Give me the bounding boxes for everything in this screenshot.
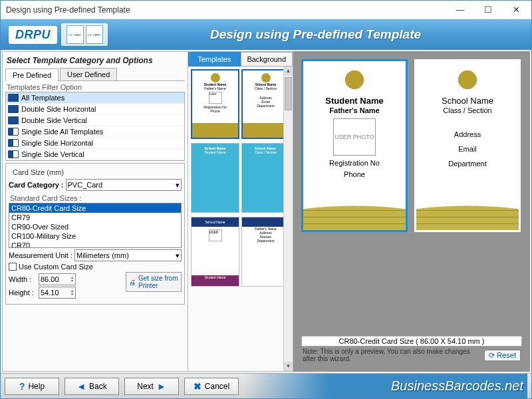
chevron-down-icon: ▾ <box>176 251 180 260</box>
size-cr90[interactable]: CR90-Over Sized <box>9 222 181 231</box>
filter-label: Templates Filter Option <box>5 81 185 92</box>
app-window: Design using Pre-defined Template — ☐ ✕ … <box>0 0 532 399</box>
chevron-down-icon: ▾ <box>176 181 180 190</box>
filter-double-vertical[interactable]: Double Side Vertical <box>6 115 184 126</box>
banner-title: Design using Pre-defined Template <box>108 27 523 42</box>
next-button[interactable]: Next► <box>124 378 179 395</box>
filter-single-horizontal[interactable]: Single Side Horizontal <box>6 138 184 149</box>
size-cr100[interactable]: CR100-Military Size <box>9 231 181 241</box>
template-thumb-2[interactable]: School NameStudent Name School NameClass… <box>191 143 290 213</box>
filter-single-vertical[interactable]: Single Side Vertical <box>6 149 184 160</box>
preview-note: Note: This is only a preview, You can al… <box>303 348 484 362</box>
front-name: Student Name <box>325 96 383 106</box>
user-photo-placeholder: USER PHOTO <box>333 118 376 156</box>
brick-pattern <box>416 196 519 230</box>
filter-list: All Templates Double Side Horizontal Dou… <box>5 92 185 161</box>
content: Select Template Category and Options Pre… <box>1 50 531 373</box>
std-sizes-list[interactable]: CR80-Credit Card Size CR79 CR90-Over Siz… <box>9 203 182 248</box>
back-dept: Department <box>448 160 486 168</box>
refresh-icon: ⟳ <box>489 351 495 360</box>
maximize-button[interactable]: ☐ <box>474 1 502 19</box>
close-button[interactable]: ✕ <box>502 1 530 19</box>
category-tabs: Pre Defined User Defined <box>5 68 185 81</box>
help-button[interactable]: ?Help <box>5 378 59 395</box>
section-title: Select Template Category and Options <box>5 55 185 68</box>
preview-card-back: School Name Class / Section Address Emai… <box>414 59 521 232</box>
front-sub: Father's Name <box>329 106 379 114</box>
tab-userdefined[interactable]: User Defined <box>60 68 117 80</box>
arrow-left-icon: ◄ <box>76 381 86 392</box>
back-email: Email <box>458 145 477 153</box>
gear-icon <box>456 68 479 92</box>
brick-pattern <box>303 196 406 230</box>
size-cr79[interactable]: CR79 <box>9 213 181 222</box>
back-sub: Class / Section <box>443 106 491 114</box>
template-thumb-3[interactable]: School NameUSERStudent Name Father's Nam… <box>191 217 290 287</box>
gear-icon <box>342 68 366 92</box>
filter-all-templates[interactable]: All Templates <box>6 92 184 104</box>
category-label: Card Category : <box>9 181 64 189</box>
std-sizes-label: Standard Card Sizes : <box>9 192 182 203</box>
filter-single-all[interactable]: Single Side All Templates <box>6 126 184 138</box>
printer-icon: 🖨 <box>129 279 136 286</box>
scroll-down-icon[interactable]: ▼ <box>284 362 293 371</box>
reset-button[interactable]: ⟳Reset <box>484 350 521 361</box>
left-panel: Select Template Category and Options Pre… <box>2 51 188 372</box>
preview-card-front: Student Name Father's Name USER PHOTO Re… <box>301 59 408 232</box>
custom-size-label: Use Custom Card Size <box>19 263 93 271</box>
custom-size-checkbox[interactable] <box>9 263 17 271</box>
preview-note-row: Note: This is only a preview, You can al… <box>301 346 522 364</box>
tab-templates[interactable]: Templates <box>188 52 241 66</box>
cancel-button[interactable]: ✖Cancel <box>184 378 239 395</box>
preview-panel: Student Name Father's Name USER PHOTO Re… <box>293 51 530 372</box>
logo: DRPU <box>9 26 57 44</box>
width-label: Width : <box>9 275 37 283</box>
template-scrollbar[interactable]: ▲ ▼ <box>283 66 293 371</box>
window-title: Design using Pre-defined Template <box>6 5 446 15</box>
spinner-icon[interactable]: ▲▼ <box>70 276 74 283</box>
preview-size-label: CR80-Credit Card Size ( 86.00 X 54.10 mm… <box>301 336 522 346</box>
height-label: Height : <box>9 289 37 297</box>
unit-select[interactable]: Milimeters (mm)▾ <box>74 249 182 261</box>
back-addr: Address <box>454 130 481 138</box>
category-select[interactable]: PVC_Card▾ <box>66 179 182 191</box>
width-input[interactable]: 86.00▲▼ <box>39 273 76 285</box>
template-thumb-1[interactable]: Student NameFather's NameUSERRegistratio… <box>191 69 290 139</box>
close-icon: ✖ <box>194 381 201 392</box>
size-cr80[interactable]: CR80-Credit Card Size <box>9 203 181 213</box>
back-name: School Name <box>442 96 493 106</box>
preview-cards: Student Name Father's Name USER PHOTO Re… <box>301 59 522 336</box>
help-icon: ? <box>19 381 25 392</box>
size-cr70[interactable]: CR70 <box>9 241 181 248</box>
logo-cards-graphic: I.D. CARDI.D. CARD <box>61 23 108 46</box>
footer: ?Help ◄Back Next► ✖Cancel BusinessBarcod… <box>1 373 531 398</box>
front-phone: Phone <box>344 170 365 178</box>
mid-tabs: Templates Background <box>188 52 293 66</box>
height-input[interactable]: 54.10▲▼ <box>39 287 76 299</box>
get-size-from-printer-button[interactable]: 🖨 Get size from Printer <box>126 272 182 292</box>
spinner-icon[interactable]: ▲▼ <box>70 289 74 296</box>
minimize-button[interactable]: — <box>446 1 474 19</box>
cardsize-legend: Card Size (mm) <box>11 168 66 176</box>
filter-double-horizontal[interactable]: Double Side Horizontal <box>6 104 184 115</box>
brand-footer: BusinessBarcodes.net <box>244 374 527 398</box>
scroll-up-icon[interactable]: ▲ <box>284 66 293 76</box>
back-button[interactable]: ◄Back <box>65 378 119 395</box>
tab-background[interactable]: Background <box>241 52 293 66</box>
cardsize-fieldset: Card Size (mm) Card Category : PVC_Card▾… <box>5 163 185 305</box>
tab-predefined[interactable]: Pre Defined <box>5 68 59 81</box>
front-reg: Registration No <box>329 159 380 167</box>
template-list[interactable]: Student NameFather's NameUSERRegistratio… <box>188 66 293 371</box>
titlebar: Design using Pre-defined Template — ☐ ✕ <box>1 1 531 19</box>
templates-panel: Templates Background Student NameFather'… <box>188 51 293 372</box>
banner: DRPU I.D. CARDI.D. CARD Design using Pre… <box>1 19 531 50</box>
unit-label: Measurement Unit : <box>9 251 72 259</box>
arrow-right-icon: ► <box>157 381 166 392</box>
scroll-thumb[interactable] <box>285 77 292 110</box>
